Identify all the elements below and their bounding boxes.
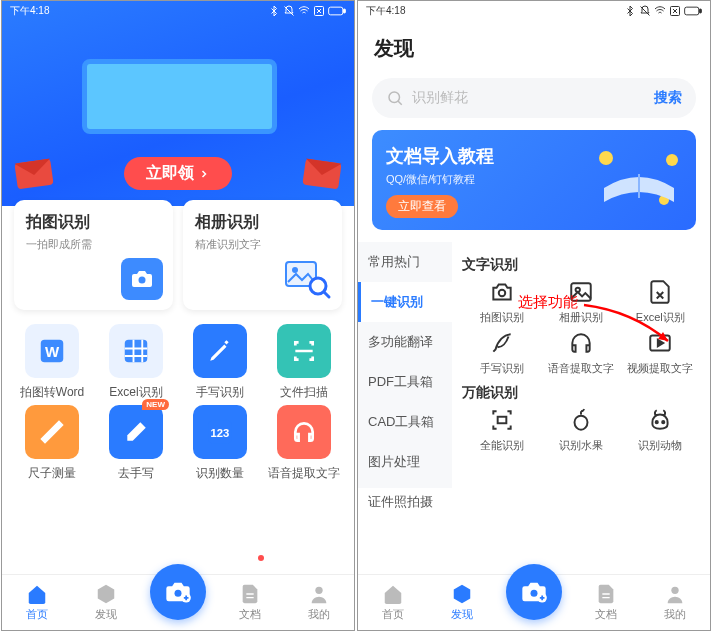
nav-docs[interactable]: 文档 [225, 583, 275, 622]
tool-handwriting-recognize[interactable]: 手写识别 [178, 324, 262, 401]
camera-icon [488, 278, 516, 306]
tool-pdf-to-word[interactable]: W 拍图转Word [10, 324, 94, 401]
feature-card-row: 拍图识别 一拍即成所需 相册识别 精准识别文字 [2, 200, 354, 310]
cube-icon [95, 583, 117, 605]
nav-discover[interactable]: 发现 [437, 583, 487, 622]
cube-icon [451, 583, 473, 605]
nav-label: 发现 [95, 607, 117, 622]
pen-icon [193, 324, 247, 378]
battery-icon [328, 5, 346, 17]
search-icon [386, 89, 404, 107]
page-title: 发现 [358, 21, 710, 72]
svg-rect-2 [343, 9, 345, 13]
view-now-button[interactable]: 立即查看 [386, 195, 458, 218]
svg-text:W: W [45, 343, 60, 360]
fruit-icon [567, 406, 595, 434]
camera-plus-icon [164, 578, 192, 606]
category-panel: 常用热门 一键识别 多功能翻译 PDF工具箱 CAD工具箱 图片处理 证件照拍摄… [358, 242, 710, 488]
word-icon: W [25, 324, 79, 378]
tool-label: 去手写 [118, 465, 154, 482]
status-bar: 下午4:18 [358, 1, 710, 21]
nav-discover[interactable]: 发现 [81, 583, 131, 622]
tutorial-banner[interactable]: 文档导入教程 QQ/微信/钉钉教程 立即查看 [372, 130, 696, 230]
svg-point-27 [656, 421, 658, 423]
status-time: 下午4:18 [366, 4, 405, 18]
tools-panel: 文字识别 拍图识别 相册识别 Excel识别 手写识别 语音提取文字 视频提取文… [452, 242, 710, 488]
home-icon [382, 583, 404, 605]
headphones-icon [277, 405, 331, 459]
card-title: 拍图识别 [26, 212, 161, 233]
wifi-icon [298, 5, 310, 17]
nav-profile[interactable]: 我的 [650, 583, 700, 622]
svg-point-31 [672, 587, 679, 594]
category-item[interactable]: CAD工具箱 [358, 402, 452, 442]
nav-label: 我的 [308, 607, 330, 622]
status-time: 下午4:18 [10, 4, 49, 18]
svg-point-29 [530, 589, 537, 596]
nav-home[interactable]: 首页 [12, 583, 62, 622]
svg-point-3 [139, 277, 146, 284]
image-search-icon [284, 258, 332, 300]
svg-point-19 [599, 151, 613, 165]
svg-point-28 [662, 421, 664, 423]
camera-recognize-card[interactable]: 拍图识别 一拍即成所需 [14, 200, 173, 310]
tool-label: 手写识别 [480, 361, 524, 376]
tool-excel-recognize[interactable]: Excel识别 [624, 278, 696, 325]
person-icon [308, 583, 330, 605]
category-item[interactable]: PDF工具箱 [358, 362, 452, 402]
claim-label: 立即领 [146, 163, 194, 184]
section-text-recognize: 文字识别 [462, 256, 700, 274]
tool-video-to-text[interactable]: 视频提取文字 [624, 329, 696, 376]
headphones-icon [567, 329, 595, 357]
tool-excel-recognize[interactable]: Excel识别 [94, 324, 178, 401]
tool-animal-recognize[interactable]: 识别动物 [624, 406, 696, 453]
tool-remove-handwriting[interactable]: NEW 去手写 [94, 405, 178, 482]
svg-rect-26 [497, 417, 506, 424]
category-item[interactable]: 多功能翻译 [358, 322, 452, 362]
number-icon: 123 [193, 405, 247, 459]
search-input[interactable]: 识别鲜花 搜索 [372, 78, 696, 118]
tool-row: 手写识别 语音提取文字 视频提取文字 [462, 329, 700, 376]
tool-label: 拍图转Word [20, 384, 84, 401]
svg-rect-17 [699, 9, 701, 13]
search-placeholder: 识别鲜花 [412, 89, 468, 107]
category-item[interactable]: 图片处理 [358, 442, 452, 482]
svg-rect-1 [329, 7, 343, 15]
search-button[interactable]: 搜索 [654, 89, 682, 107]
tool-label: 识别水果 [559, 438, 603, 453]
tool-label: 相册识别 [559, 310, 603, 325]
animal-icon [646, 406, 674, 434]
bottom-nav: 首页 发现 文档 我的 [358, 574, 710, 630]
section-universal-recognize: 万能识别 [462, 384, 700, 402]
tool-universal-recognize[interactable]: 全能识别 [466, 406, 538, 453]
nav-camera-button[interactable] [150, 564, 206, 620]
category-item[interactable]: 证件照拍摄 [358, 482, 452, 522]
tool-handwriting-recognize[interactable]: 手写识别 [466, 329, 538, 376]
close-square-icon [669, 5, 681, 17]
nav-camera-button[interactable] [506, 564, 562, 620]
category-item-selected[interactable]: 一键识别 [358, 282, 452, 322]
tool-count-recognize[interactable]: 123 识别数量 [178, 405, 262, 482]
nav-label: 我的 [664, 607, 686, 622]
nav-docs[interactable]: 文档 [581, 583, 631, 622]
album-recognize-card[interactable]: 相册识别 精准识别文字 [183, 200, 342, 310]
right-screenshot: 下午4:18 发现 识别鲜花 搜索 文档导入教程 QQ/微信/钉钉教程 立即查看… [357, 0, 711, 631]
camera-icon [121, 258, 163, 300]
category-item[interactable]: 常用热门 [358, 242, 452, 282]
bell-off-icon [639, 5, 651, 17]
hero-card-graphic [82, 59, 277, 134]
status-icons [624, 5, 702, 17]
nav-label: 首页 [26, 607, 48, 622]
feather-icon [488, 329, 516, 357]
tool-file-scan[interactable]: 文件扫描 [262, 324, 346, 401]
left-screenshot: 下午4:18 立即领 拍图识别 一拍即成所需 相册识别 精 [1, 0, 355, 631]
tool-audio-to-text[interactable]: 语音提取文字 [545, 329, 617, 376]
category-list: 常用热门 一键识别 多功能翻译 PDF工具箱 CAD工具箱 图片处理 证件照拍摄 [358, 242, 452, 488]
nav-label: 首页 [382, 607, 404, 622]
claim-button[interactable]: 立即领 [124, 157, 232, 190]
tool-fruit-recognize[interactable]: 识别水果 [545, 406, 617, 453]
nav-profile[interactable]: 我的 [294, 583, 344, 622]
tool-ruler[interactable]: 尺子测量 [10, 405, 94, 482]
nav-home[interactable]: 首页 [368, 583, 418, 622]
tool-voice-to-text[interactable]: 语音提取文字 [262, 405, 346, 482]
